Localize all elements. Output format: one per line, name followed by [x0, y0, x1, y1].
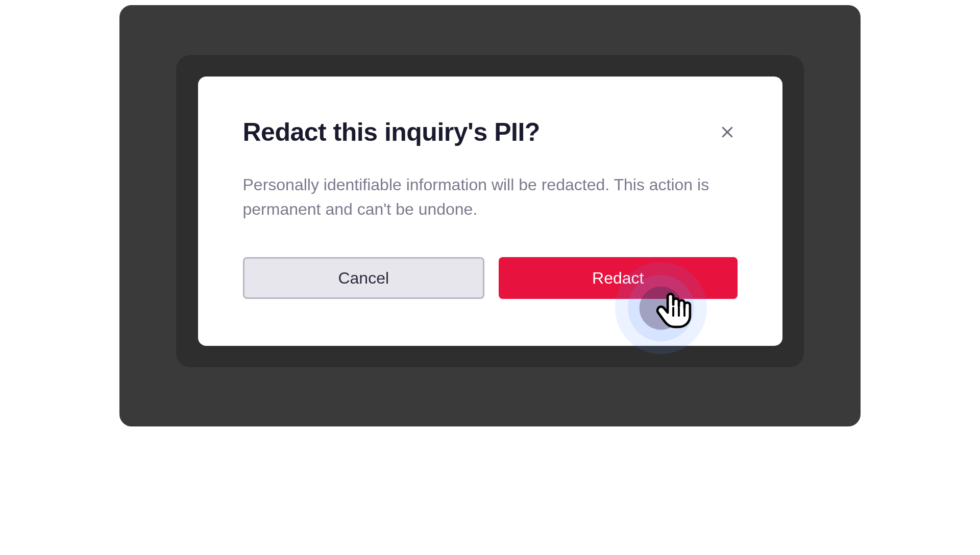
outer-frame: Redact this inquiry's PII? Personally id… [119, 5, 861, 426]
modal-description: Personally identifiable information will… [243, 172, 733, 221]
cancel-button-label: Cancel [338, 269, 389, 288]
ripple-inner [639, 287, 682, 330]
modal-title: Redact this inquiry's PII? [243, 117, 540, 147]
button-row: Cancel Redact [243, 257, 738, 299]
redact-button[interactable]: Redact [499, 257, 738, 299]
cancel-button[interactable]: Cancel [243, 257, 485, 299]
modal-backdrop: Redact this inquiry's PII? Personally id… [176, 55, 804, 367]
redact-button-label: Redact [592, 269, 644, 288]
close-button[interactable] [717, 122, 738, 142]
modal-header: Redact this inquiry's PII? [243, 117, 738, 147]
close-icon [720, 124, 735, 140]
confirmation-modal: Redact this inquiry's PII? Personally id… [198, 77, 782, 346]
cursor-hand-icon [653, 290, 692, 329]
